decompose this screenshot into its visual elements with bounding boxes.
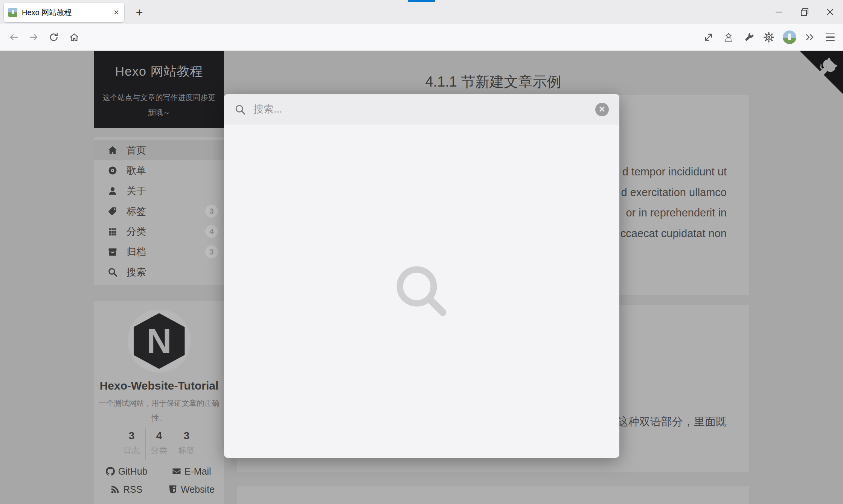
- overflow-chevrons-icon[interactable]: [804, 32, 815, 43]
- badge-count: 4: [205, 225, 218, 238]
- fullscreen-icon[interactable]: [703, 32, 714, 43]
- sidebar-item-tags[interactable]: 标签 3: [94, 201, 224, 221]
- window-controls: [766, 0, 843, 24]
- sidebar-item-label: 标签: [127, 205, 146, 218]
- sidebar-item-label: 歌单: [127, 164, 146, 177]
- forward-icon[interactable]: [29, 32, 39, 43]
- stat-tags[interactable]: 3 标签: [173, 428, 200, 460]
- github-corner-octocat[interactable]: [800, 51, 843, 94]
- website-icon: [168, 485, 177, 494]
- link-label: RSS: [123, 484, 142, 495]
- sidebar-item-search[interactable]: 搜索: [94, 262, 224, 282]
- large-search-icon: [393, 263, 450, 320]
- site-header: Hexo 网站教程 这个站点与文章的写作进度同步更新哦～: [94, 51, 224, 128]
- link-label: E-Mail: [184, 466, 211, 477]
- tag-icon: [108, 206, 117, 216]
- sidebar-item-home[interactable]: 首页: [94, 140, 224, 160]
- page-title: 4.1.1 节新建文章示例: [237, 72, 749, 91]
- badge-count: 3: [205, 205, 218, 218]
- search-modal-header: ×: [224, 94, 619, 125]
- post-card: [237, 486, 749, 504]
- profile-name: Hexo-Website-Tutorial: [94, 379, 224, 392]
- sidebar-item-label: 搜索: [127, 266, 146, 279]
- grid-icon: [108, 227, 117, 236]
- stat-label: 标签: [173, 445, 200, 456]
- page-content: Hexo 网站教程 这个站点与文章的写作进度同步更新哦～ 首页 歌单 关于 标签…: [0, 51, 843, 504]
- post-body-text: d tempor incididunt ut d exercitation ul…: [620, 161, 727, 244]
- link-website[interactable]: Website: [159, 480, 224, 498]
- text-line: or in reprehenderit in: [620, 203, 727, 223]
- sidebar-item-about[interactable]: 关于: [94, 181, 224, 201]
- link-label: Website: [181, 484, 215, 495]
- browser-window: Hexo 网站教程 × + localhost:4000/h: [0, 0, 843, 504]
- back-icon[interactable]: [8, 32, 19, 43]
- post-body-text: 对这种双语部分，里面既: [607, 414, 727, 429]
- search-results-area: [224, 125, 619, 458]
- stat-value: 4: [146, 430, 173, 442]
- link-github[interactable]: GitHub: [94, 462, 159, 480]
- stat-label: 分类: [146, 445, 173, 456]
- link-label: GitHub: [118, 466, 148, 477]
- github-icon: [106, 467, 115, 476]
- stat-posts[interactable]: 3 日志: [118, 428, 145, 460]
- tab-title: Hexo 网站教程: [22, 8, 113, 18]
- stat-label: 日志: [118, 445, 145, 456]
- reload-icon[interactable]: [49, 32, 59, 43]
- sidebar-item-label: 首页: [127, 144, 146, 157]
- nginx-logo: N: [134, 313, 185, 369]
- badge-count: 3: [205, 245, 218, 258]
- profile-links: GitHub E-Mail RSS Website: [94, 462, 224, 498]
- search-icon: [235, 104, 246, 115]
- rss-icon: [111, 485, 120, 494]
- sidebar-item-label: 分类: [127, 225, 146, 238]
- profile-stats: 3 日志 4 分类 3 标签: [118, 428, 200, 460]
- search-close-icon[interactable]: ×: [595, 103, 609, 116]
- tab-close-icon[interactable]: ×: [113, 8, 120, 17]
- link-email[interactable]: E-Mail: [159, 462, 224, 480]
- site-subtitle: 这个站点与文章的写作进度同步更新哦～: [102, 90, 216, 120]
- sidebar-item-playlist[interactable]: 歌单: [94, 160, 224, 181]
- minimize-button[interactable]: [766, 0, 792, 24]
- accent-strip: [408, 0, 435, 2]
- user-icon: [108, 186, 117, 196]
- stat-value: 3: [118, 430, 145, 442]
- stat-categories[interactable]: 4 分类: [145, 428, 173, 460]
- sidebar-item-label: 归档: [127, 245, 146, 259]
- search-input[interactable]: [253, 103, 595, 116]
- menu-icon[interactable]: [826, 33, 835, 41]
- sidebar-item-archives[interactable]: 归档 3: [94, 242, 224, 262]
- search-modal: ×: [224, 94, 619, 458]
- account-avatar[interactable]: [783, 30, 796, 44]
- tab-favicon: [8, 8, 17, 17]
- search-icon: [108, 267, 117, 277]
- stat-value: 3: [173, 430, 200, 442]
- email-icon: [172, 467, 181, 476]
- disc-icon: [108, 166, 117, 175]
- restore-button[interactable]: [792, 0, 817, 24]
- close-button[interactable]: [817, 0, 843, 24]
- sidebar-item-categories[interactable]: 分类 4: [94, 221, 224, 242]
- home-icon[interactable]: [69, 32, 79, 43]
- text-line: d tempor incididunt ut: [620, 161, 727, 182]
- link-rss[interactable]: RSS: [94, 480, 159, 498]
- sidebar-nav: 首页 歌单 关于 标签 3 分类 4: [94, 137, 224, 285]
- site-avatar[interactable]: N: [128, 309, 191, 373]
- site-title: Hexo 网站教程: [115, 63, 203, 80]
- profile-card: N Hexo-Website-Tutorial 一个测试网站，用于保证文章的正确…: [94, 301, 224, 504]
- logo-letter: N: [146, 324, 171, 358]
- archive-icon: [108, 247, 117, 257]
- text-line: d exercitation ullamco: [620, 182, 727, 203]
- new-tab-button[interactable]: +: [131, 4, 148, 21]
- gear-icon[interactable]: [763, 32, 774, 43]
- profile-description: 一个测试网站，用于保证文章的正确性。: [97, 396, 221, 425]
- home-icon: [108, 145, 117, 155]
- text-line: ccaecat cupidatat non: [620, 223, 727, 244]
- tab-bar: Hexo 网站教程 × +: [0, 0, 843, 24]
- save-page-icon[interactable]: [723, 32, 734, 43]
- browser-tab[interactable]: Hexo 网站教程 ×: [4, 3, 124, 22]
- wrench-icon[interactable]: [744, 32, 755, 43]
- navigation-toolbar: localhost:4000/hexo-website-tutorial/: [0, 24, 843, 51]
- sidebar-item-label: 关于: [127, 184, 146, 198]
